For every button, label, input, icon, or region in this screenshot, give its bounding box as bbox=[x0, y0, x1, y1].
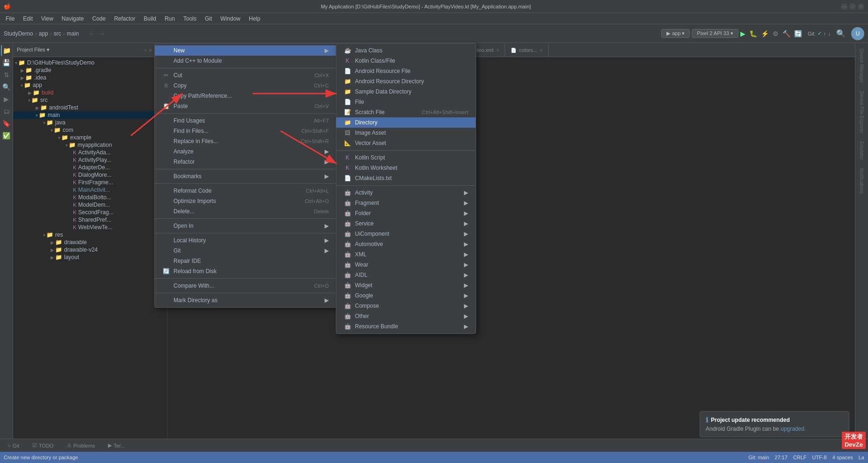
emulator-label[interactable]: Emulator bbox=[857, 137, 866, 164]
bottom-tab-git[interactable]: ⑂ Git bbox=[4, 442, 23, 449]
close-button[interactable]: ✕ bbox=[858, 3, 864, 10]
todo-icon[interactable]: ✅ bbox=[1, 130, 12, 141]
status-indent[interactable]: 4 spaces bbox=[832, 455, 853, 460]
menu-code[interactable]: Code bbox=[88, 14, 109, 23]
search-icon[interactable]: 🔍 bbox=[836, 29, 846, 38]
cm-image-asset[interactable]: 🖼 Image Asset bbox=[336, 128, 476, 138]
tree-modalbotto[interactable]: K ModalBotto... bbox=[13, 194, 167, 201]
cm-activity[interactable]: 🤖 Activity ▶ bbox=[336, 188, 476, 198]
colors-close[interactable]: × bbox=[540, 48, 543, 53]
settings-icon[interactable]: ⚙ bbox=[773, 30, 779, 37]
cm-repair-ide[interactable]: Repair IDE bbox=[155, 256, 336, 266]
cm-reload-from-disk[interactable]: 🔄 Reload from Disk bbox=[155, 266, 336, 276]
status-crlf[interactable]: CRLF bbox=[793, 455, 807, 460]
cm-fragment[interactable]: 🤖 Fragment ▶ bbox=[336, 198, 476, 208]
tree-sharedpref[interactable]: K SharedPref... bbox=[13, 216, 167, 224]
bottom-tab-problems[interactable]: ⚠ Problems bbox=[63, 441, 99, 449]
breadcrumb-src[interactable]: src bbox=[54, 30, 61, 37]
tree-activityplay[interactable]: K ActivityPlay... bbox=[13, 156, 167, 164]
status-encoding[interactable]: UTF-8 bbox=[812, 455, 827, 460]
cm-kotlin-worksheet[interactable]: K Kotlin Worksheet bbox=[336, 163, 476, 173]
cm-add-cpp[interactable]: Add C++ to Module bbox=[155, 56, 336, 66]
cm-find-usages[interactable]: Find Usages Alt+F7 bbox=[155, 116, 336, 126]
cm-resource-bundle[interactable]: 🤖 Resource Bundle ▶ bbox=[336, 321, 476, 332]
back-icon[interactable]: ← bbox=[88, 30, 95, 37]
maximize-button[interactable]: □ bbox=[849, 3, 856, 10]
cm-other[interactable]: 🤖 Other ▶ bbox=[336, 311, 476, 321]
cm-new[interactable]: New ▶ bbox=[155, 45, 336, 56]
menu-git[interactable]: Git bbox=[201, 14, 216, 23]
find-icon[interactable]: 🔍 bbox=[1, 81, 12, 93]
tree-src[interactable]: ▾ 📁 src bbox=[13, 96, 167, 104]
cm-bookmarks[interactable]: Bookmarks ▶ bbox=[155, 171, 336, 181]
tree-modeldem[interactable]: K ModelDem... bbox=[13, 201, 167, 209]
notifications-label[interactable]: Notifications bbox=[857, 165, 866, 197]
minimize-button[interactable]: — bbox=[841, 3, 847, 10]
status-lang[interactable]: La bbox=[859, 455, 864, 460]
cm-delete[interactable]: Delete... Delete bbox=[155, 206, 336, 217]
cm-mark-directory-as[interactable]: Mark Directory as ▶ bbox=[155, 295, 336, 305]
cm-java-class[interactable]: ☕ Java Class bbox=[336, 45, 476, 56]
menu-navigate[interactable]: Navigate bbox=[58, 14, 87, 23]
cm-android-resource-file[interactable]: 📄 Android Resource File bbox=[336, 66, 476, 76]
tree-adapterde[interactable]: K AdapterDe... bbox=[13, 164, 167, 171]
cm-refactor[interactable]: Refactor ▶ bbox=[155, 157, 336, 167]
tree-activityada[interactable]: K ActivityAda... bbox=[13, 149, 167, 156]
project-dropdown[interactable]: Project Files ▾ bbox=[17, 47, 50, 53]
debug-button[interactable]: 🐛 bbox=[749, 30, 757, 37]
status-line-col[interactable]: 27:17 bbox=[774, 455, 788, 460]
cm-replace-in-files[interactable]: Replace in Files... Ctrl+Shift+R bbox=[155, 136, 336, 146]
cm-widget[interactable]: 🤖 Widget ▶ bbox=[336, 280, 476, 290]
cm-analyze[interactable]: Analyze ▶ bbox=[155, 146, 336, 157]
cm-copy-path[interactable]: Copy Path/Reference... bbox=[155, 91, 336, 101]
cm-git[interactable]: Git ▶ bbox=[155, 246, 336, 256]
tree-androidtest[interactable]: ▶ 📁 androidTest bbox=[13, 104, 167, 111]
cm-copy[interactable]: ⎘ Copy Ctrl+C bbox=[155, 80, 336, 91]
tree-main[interactable]: ▾ 📁 main bbox=[13, 111, 167, 119]
menu-edit[interactable]: Edit bbox=[19, 14, 36, 23]
cm-aidl[interactable]: 🤖 AIDL ▶ bbox=[336, 270, 476, 280]
add-icon[interactable]: + bbox=[144, 47, 147, 53]
cm-cmakelists[interactable]: 📄 CMakeLists.txt bbox=[336, 173, 476, 183]
cm-sample-data-dir[interactable]: 📁 Sample Data Directory bbox=[336, 87, 476, 97]
menu-view[interactable]: View bbox=[37, 14, 57, 23]
cm-optimize-imports[interactable]: Optimize Imports Ctrl+Alt+O bbox=[155, 196, 336, 206]
breadcrumb-main[interactable]: main bbox=[67, 30, 79, 37]
activityplayvideo-xml-close[interactable]: × bbox=[496, 48, 499, 53]
tree-webviewte[interactable]: K WebViewTe... bbox=[13, 224, 167, 231]
menu-run[interactable]: Run bbox=[161, 14, 179, 23]
cm-local-history[interactable]: Local History ▶ bbox=[155, 235, 336, 246]
tree-drawable[interactable]: ▶ 📁 drawable bbox=[13, 239, 167, 246]
menu-help[interactable]: Help bbox=[245, 14, 264, 23]
sync-icon[interactable]: 🔄 bbox=[794, 30, 802, 37]
cm-paste[interactable]: 📋 Paste Ctrl+V bbox=[155, 101, 336, 111]
tab-colors[interactable]: 📄 colors... × bbox=[505, 43, 549, 57]
tree-myapp[interactable]: ▾ 📁 myapplication bbox=[13, 141, 167, 149]
tree-com[interactable]: ▾ 📁 com bbox=[13, 126, 167, 134]
project-icon[interactable]: 📁 bbox=[1, 45, 12, 56]
run-icon-sidebar[interactable]: ▶ bbox=[1, 94, 12, 105]
tree-dialogmore[interactable]: K DialogMore... bbox=[13, 171, 167, 179]
tree-root[interactable]: ▾ 📁 D:\GitHubFiles\StudyDemo bbox=[13, 59, 167, 66]
device-button[interactable]: Pixel 2 API 33 ▾ bbox=[692, 29, 738, 38]
tree-mainactivity[interactable]: K MainActivit... bbox=[13, 186, 167, 194]
breadcrumb-app[interactable]: app bbox=[39, 30, 48, 37]
cm-xml[interactable]: 🤖 XML ▶ bbox=[336, 249, 476, 260]
menu-window[interactable]: Window bbox=[217, 14, 244, 23]
cm-file[interactable]: 📄 File bbox=[336, 97, 476, 107]
menu-refactor[interactable]: Refactor bbox=[110, 14, 139, 23]
cm-cut[interactable]: ✂ Cut Ctrl+X bbox=[155, 70, 336, 80]
menu-file[interactable]: File bbox=[2, 14, 18, 23]
tree-build[interactable]: ▶ 📁 build bbox=[13, 89, 167, 96]
bottom-tab-terminal[interactable]: ▶ Ter... bbox=[104, 441, 129, 449]
menu-build[interactable]: Build bbox=[140, 14, 160, 23]
pullrequest-icon[interactable]: ⇅ bbox=[1, 69, 12, 80]
tree-gradle[interactable]: ▶ 📁 .gradle bbox=[13, 66, 167, 74]
avatar[interactable]: U bbox=[851, 27, 864, 40]
cm-wear[interactable]: 🤖 Wear ▶ bbox=[336, 260, 476, 270]
commit-icon[interactable]: 💾 bbox=[1, 57, 12, 68]
run-config-button[interactable]: ▶ app ▾ bbox=[661, 29, 690, 38]
tree-idea[interactable]: ▶ 📁 .idea bbox=[13, 74, 167, 81]
cm-kotlin-class[interactable]: K Kotlin Class/File bbox=[336, 56, 476, 66]
tree-java[interactable]: ▾ 📁 java bbox=[13, 119, 167, 126]
